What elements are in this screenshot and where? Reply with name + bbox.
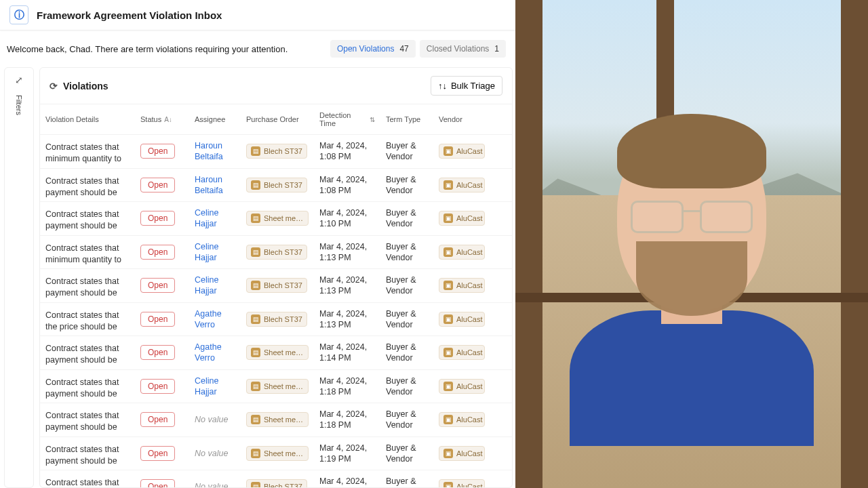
table-row[interactable]: Contract states that payment should be m… [40,202,512,236]
status-badge[interactable]: Open [140,278,175,293]
col-vendor[interactable]: Vendor [433,108,490,130]
document-icon: ▤ [251,449,260,458]
welcome-text: Welcome back, Chad. There are term viola… [7,44,288,54]
table-row[interactable]: Contract states that payment should be m… [40,269,512,303]
assignee-link[interactable]: Haroun Beltaifa [189,169,241,202]
po-chip[interactable]: ▤Sheet metal S... [246,211,309,226]
table-row[interactable]: Contract states that payment should be m… [40,169,512,203]
po-chip[interactable]: ▤Blech ST37 [246,479,307,487]
status-cell: Open [135,340,189,365]
vendor-chip[interactable]: ▣AluCast [439,211,485,226]
vendor-chip[interactable]: ▣AluCast [439,144,485,159]
vendor-chip[interactable]: ▣AluCast [439,312,485,327]
detection-time: Mar 4, 2024, 1:14 PM [314,336,380,369]
status-badge[interactable]: Open [140,178,175,192]
vendor-icon: ▣ [443,482,453,487]
vendor-icon: ▣ [443,146,453,156]
table-row[interactable]: Contract states that payment should be m… [40,403,512,437]
header-bar: ⓘ Framework Agreement Violation Inbox [0,0,515,30]
po-chip[interactable]: ▤Sheet metal S... [246,379,309,394]
status-badge[interactable]: Open [140,211,175,226]
vendor-chip[interactable]: ▣AluCast [439,412,485,427]
col-detection[interactable]: Detection Time ⇅ [314,104,380,134]
assignee-link[interactable]: Celine Hajjar [189,269,241,302]
vendor-chip[interactable]: ▣AluCast [439,278,485,293]
table-row[interactable]: Contract states that the price should be… [40,303,512,337]
vendor-icon: ▣ [443,415,453,424]
table-row[interactable]: Contract states that minimum quantity to… [40,135,512,169]
status-cell: Open [135,306,189,332]
status-badge[interactable]: Open [140,412,175,427]
status-cell: Open [135,441,189,466]
table-row[interactable]: Contract states that minimum quantity to… [40,236,512,270]
status-cell: Open [135,138,189,164]
status-badge[interactable]: Open [140,144,175,159]
expand-icon[interactable]: ⤢ [15,75,23,85]
document-icon: ▤ [251,348,260,357]
assignee-link[interactable]: Agathe Verro [189,336,241,369]
violation-details: Contract states that payment should be m… [40,439,135,468]
col-details[interactable]: Violation Details [40,108,135,130]
vendor-icon: ▣ [443,449,453,458]
document-icon: ▤ [251,146,260,156]
vendor-chip[interactable]: ▣AluCast [439,245,485,260]
po-cell: ▤Blech ST37 [241,239,314,265]
table-row[interactable]: Contract states that payment should be m… [40,370,512,404]
status-cell: Open [135,272,189,298]
status-badge[interactable]: Open [140,479,175,487]
detection-time: Mar 4, 2024, 1:13 PM [314,269,380,302]
vendor-cell: ▣AluCast [433,441,490,466]
po-chip[interactable]: ▤Blech ST37 [246,178,307,192]
po-chip[interactable]: ▤Blech ST37 [246,312,307,327]
col-term[interactable]: Term Type [380,108,433,130]
po-chip[interactable]: ▤Blech ST37 [246,144,307,159]
po-cell: ▤Sheet metal S... [241,373,314,399]
vendor-chip[interactable]: ▣AluCast [439,479,485,487]
vendor-icon: ▣ [443,247,453,257]
assignee-link[interactable]: Agathe Verro [189,303,241,336]
po-chip[interactable]: ▤Blech ST37 [246,245,307,260]
table-row[interactable]: Contract states that payment should be m… [40,437,512,471]
assignee-link[interactable]: Celine Hajjar [189,236,241,269]
open-violations-label: Open Violations [337,44,395,54]
status-badge[interactable]: Open [140,312,175,327]
table-row[interactable]: Contract states that minimum quantity to… [40,470,512,487]
status-badge[interactable]: Open [140,245,175,260]
po-chip[interactable]: ▤Blech ST37 [246,278,307,293]
col-po[interactable]: Purchase Order [241,108,314,130]
violation-details: Contract states that payment should be m… [40,270,135,300]
document-icon: ▤ [251,415,260,424]
filters-rail[interactable]: ⤢ Filters [4,67,34,488]
violation-details: Contract states that minimum quantity to… [40,472,135,487]
vendor-chip[interactable]: ▣AluCast [439,446,485,461]
detection-time: Mar 4, 2024, 1:18 PM [314,403,380,436]
assignee-none: No value [189,443,241,464]
assignee-link[interactable]: Celine Hajjar [189,370,241,403]
po-chip[interactable]: ▤Sheet metal S... [246,345,309,360]
col-assignee[interactable]: Assignee [189,108,241,130]
info-icon: ⓘ [9,5,28,24]
open-violations-pill[interactable]: Open Violations 47 [330,40,416,58]
webcam-panel [515,0,868,488]
vendor-chip[interactable]: ▣AluCast [439,178,485,192]
document-icon: ▤ [251,281,260,290]
po-chip[interactable]: ▤Sheet metal S... [246,412,309,427]
table-row[interactable]: Contract states that payment should be m… [40,336,512,370]
closed-violations-pill[interactable]: Closed Violations 1 [420,40,506,58]
document-icon: ▤ [251,382,260,391]
assignee-link[interactable]: Celine Hajjar [189,202,241,235]
status-cell: Open [135,205,189,231]
po-cell: ▤Blech ST37 [241,474,314,487]
status-badge[interactable]: Open [140,446,175,461]
refresh-icon[interactable]: ⟳ [50,81,58,92]
status-badge[interactable]: Open [140,345,175,360]
vendor-chip[interactable]: ▣AluCast [439,379,485,394]
bulk-triage-button[interactable]: ↑↓ Bulk Triage [431,76,502,96]
assignee-link[interactable]: Haroun Beltaifa [189,135,241,168]
vendor-cell: ▣AluCast [433,205,490,231]
vendor-chip[interactable]: ▣AluCast [439,345,485,360]
po-chip[interactable]: ▤Sheet metal S... [246,446,309,461]
status-badge[interactable]: Open [140,379,175,394]
col-status[interactable]: Status A↓ [135,108,189,130]
violation-details: Contract states that payment should be m… [40,405,135,434]
